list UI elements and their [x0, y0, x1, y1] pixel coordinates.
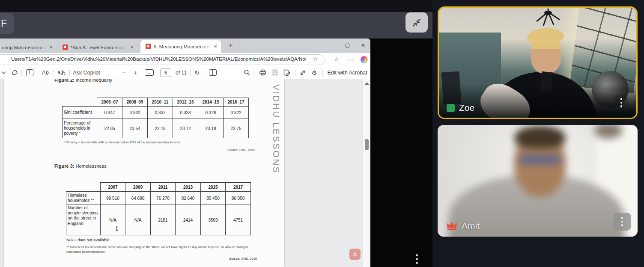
figure2-source: Source: ONS, 2019	[223, 148, 255, 152]
figure3-table: 2007 2009 2011 2013 2015 2017 Homeless h…	[66, 182, 251, 235]
pdf-icon	[63, 44, 68, 50]
save-as-icon[interactable]	[282, 66, 292, 79]
search-icon[interactable]	[242, 66, 251, 79]
acrobat-floating-icon[interactable]: A	[349, 249, 361, 260]
table-header-row: 2007 2009 2011 2013 2015 2017	[66, 183, 251, 192]
presence-square-icon	[447, 104, 455, 112]
participant-tile-zoe[interactable]: Zoe	[438, 6, 638, 119]
scrollbar-up-arrow[interactable]	[365, 82, 369, 85]
participant-tile-amit[interactable]: Amit	[438, 125, 638, 237]
rotate-icon[interactable]: ↻	[193, 66, 201, 79]
watermark-text: VIDHU LESSONS	[271, 84, 281, 174]
tab-close-icon[interactable]: ✕	[129, 44, 135, 50]
print-icon[interactable]	[258, 66, 267, 79]
ceiling-lamp	[529, 9, 567, 29]
window-restore-button[interactable]	[341, 39, 354, 52]
collapse-icon	[411, 17, 422, 28]
toolbar-chevron-icon[interactable]	[1, 66, 7, 79]
app-avatar-label: F	[1, 18, 7, 30]
document-scrollbar[interactable]	[362, 79, 370, 267]
browser-tab-2[interactable]: *Aqa A-Level Economics book 1 ( ✕	[59, 42, 137, 53]
tab-title: 9. Measuring Macroeconomic Per	[154, 44, 211, 49]
table-header-row: 2006–07 2008–09 2010–11 2012–13 2014–15 …	[63, 98, 249, 107]
favorites-icon[interactable]: ☆	[334, 56, 339, 62]
scrollbar-thumb[interactable]	[365, 139, 369, 150]
tab-close-icon[interactable]: ✕	[212, 43, 218, 50]
host-crown-icon	[446, 222, 457, 231]
page-count-label: of 11	[174, 66, 188, 79]
save-icon	[270, 66, 279, 79]
copilot-icon[interactable]	[361, 56, 368, 63]
table-row: Percentage of households in poverty * 22…	[63, 119, 249, 138]
na-note: N/A = data not available	[66, 237, 110, 242]
participant-name-zoe: Zoe	[447, 103, 474, 113]
table-row: Gini coefficient 0.347 0.342 0.337 0.333…	[63, 107, 249, 119]
text-cursor: I	[116, 225, 118, 232]
meeting-app-header: F	[0, 12, 432, 39]
bookmark-star-icon[interactable]: ☆	[313, 56, 318, 62]
tab-close-icon[interactable]: ✕	[48, 44, 54, 50]
url-text: Users/T14s%20Gen.2/OneDrive/Vidhu%20Mate…	[11, 56, 306, 62]
fullscreen-icon[interactable]	[298, 66, 307, 79]
highlighter-icon[interactable]	[10, 66, 19, 79]
browser-tab-active[interactable]: 9. Measuring Macroeconomic Per ✕	[140, 40, 221, 53]
figure3-source: Source: ONS, 2019	[224, 257, 257, 261]
pdf-document-area: Figure 2: Income inequality 2006–07 2008…	[0, 79, 370, 267]
read-aloud-icon[interactable]: A	[41, 66, 50, 79]
zoe-more-options-button[interactable]	[615, 95, 628, 111]
translate-icon[interactable]: aあ	[56, 66, 67, 79]
meeting-participants-panel: Zoe Amit	[432, 0, 644, 267]
tab-title: *Aqa A-Level Economics book 1 (	[71, 45, 127, 50]
pdf-toolbar: T A aあ Ask Copilot − + ↔ 5 of 11 ↻	[0, 66, 370, 79]
figure2-table: 2006–07 2008–09 2010–11 2012–13 2014–15 …	[62, 98, 249, 138]
tab-title: uring Macroeconomic Per	[2, 45, 46, 50]
table-row: Homeless households ** 99 510 64 890 76 …	[66, 192, 251, 205]
zoom-out-button[interactable]: −	[120, 66, 128, 79]
add-text-icon[interactable]: T	[25, 66, 34, 79]
restore-icon	[346, 44, 349, 47]
figure3-title: Figure 3: Homelessness	[54, 163, 107, 169]
ask-copilot-button[interactable]: Ask Copilot	[74, 66, 99, 79]
collapse-share-button[interactable]	[405, 12, 428, 33]
new-tab-button[interactable]: +	[226, 41, 236, 50]
fit-width-icon[interactable]: ↔	[144, 66, 154, 79]
tab-separator	[57, 44, 57, 50]
browser-tab-1[interactable]: uring Macroeconomic Per ✕	[0, 42, 56, 53]
page-number-input[interactable]: 5	[160, 66, 171, 79]
edit-with-acrobat-button[interactable]: Edit with Acrobat	[327, 66, 367, 79]
share-background-strip	[370, 39, 432, 267]
more-menu-icon[interactable]: …	[347, 54, 354, 62]
figure2-footnote: * Poverty = households with an income be…	[64, 140, 180, 144]
figure3-footnote: ** Homeless households are those who are…	[66, 245, 258, 254]
browser-window: uring Macroeconomic Per ✕ *Aqa A-Level E…	[0, 39, 370, 267]
figure2-title: Figure 2: Income inequality	[54, 79, 112, 83]
browser-tab-strip: uring Macroeconomic Per ✕ *Aqa A-Level E…	[0, 39, 370, 53]
zoom-in-button[interactable]: +	[132, 66, 140, 79]
window-minimize-button[interactable]: –	[325, 39, 338, 52]
page-view-icon[interactable]	[208, 66, 218, 79]
amit-more-options-button[interactable]	[613, 213, 631, 231]
settings-gear-icon[interactable]: ⚙	[310, 66, 319, 79]
table-row: Number of people sleeping on the street …	[66, 205, 251, 235]
amit-video	[438, 125, 638, 237]
participant-name-amit: Amit	[446, 221, 480, 231]
share-more-options-button[interactable]	[411, 252, 422, 265]
zoe-video	[439, 8, 636, 118]
pdf-icon	[146, 44, 151, 49]
app-avatar-button[interactable]: F	[0, 13, 14, 34]
browser-address-bar: Users/T14s%20Gen.2/OneDrive/Vidhu%20Mate…	[0, 53, 370, 66]
window-close-button[interactable]: ✕	[357, 39, 370, 52]
